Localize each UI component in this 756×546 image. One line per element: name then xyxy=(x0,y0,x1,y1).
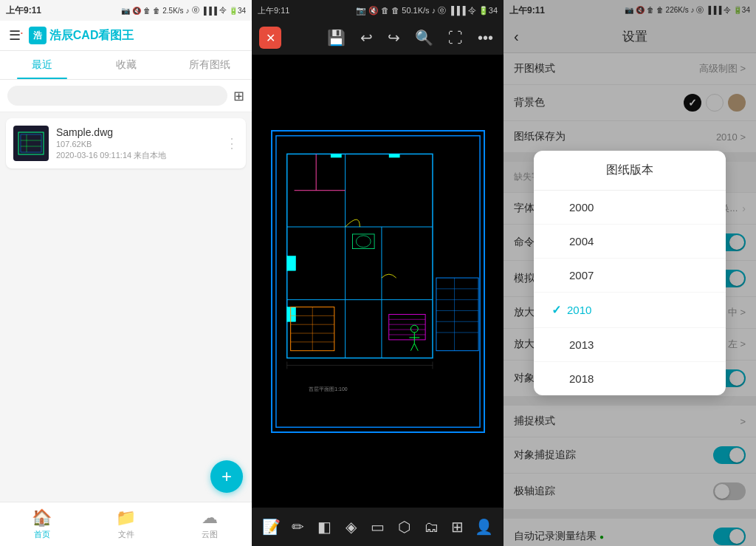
search-row: ⊞ xyxy=(0,80,252,112)
measure-icon[interactable]: ▭ xyxy=(364,513,391,540)
layers-icon[interactable]: ◈ xyxy=(337,513,364,540)
color-icon[interactable]: ⬡ xyxy=(391,513,418,540)
dialog-option-2004[interactable]: 2004 xyxy=(534,225,726,259)
file-thumbnail xyxy=(13,126,49,161)
file-more-icon[interactable]: ⋮ xyxy=(225,135,238,151)
time-center: 上午9:11 xyxy=(258,5,289,16)
panel-file-list: 上午9:11 📷 🔇 🗑 🗑 2.5K/s ♪ ⓔ ▐▐▐ 令 🔋34 ☰• 浩… xyxy=(0,0,252,546)
close-button[interactable]: ✕ xyxy=(259,27,281,49)
svg-rect-6 xyxy=(272,132,484,430)
search-wrap[interactable] xyxy=(7,86,227,106)
nav-files-label: 文件 xyxy=(118,529,134,540)
panel-settings: 上午9:11 📷 🔇 🗑 🗑 226K/s ♪ ⓔ ▐▐▐ 令 🔋34 ‹ 设置… xyxy=(504,0,756,546)
app-logo: 浩 浩辰CAD看图王 xyxy=(29,27,134,44)
eraser-icon[interactable]: ◧ xyxy=(311,513,337,540)
user-icon[interactable]: 👤 xyxy=(471,513,498,540)
svg-rect-17 xyxy=(330,154,341,157)
nav-files[interactable]: 📁 文件 xyxy=(84,504,168,545)
search-input[interactable] xyxy=(16,90,219,101)
nav-home[interactable]: 🏠 首页 xyxy=(0,504,84,545)
bottom-nav: 🏠 首页 📁 文件 ☁ 云图 xyxy=(0,502,252,546)
file-name: Sample.dwg xyxy=(56,126,218,138)
svg-text:首层平面图1:100: 首层平面图1:100 xyxy=(309,386,347,391)
dialog-title: 图纸版本 xyxy=(534,151,726,191)
folder-icon[interactable]: 🗂 xyxy=(418,513,444,540)
tab-recent[interactable]: 最近 xyxy=(0,51,84,79)
app-title: 浩辰CAD看图王 xyxy=(49,28,134,44)
dialog-overlay[interactable]: 图纸版本 2000 2004 2007 ✓ 2010 2013 xyxy=(504,0,756,546)
speed-center: 📷 🔇 🗑 🗑 50.1K/s ♪ ⓔ ▐▐▐ 令 🔋34 xyxy=(356,5,498,16)
folder-icon: 📁 xyxy=(116,508,136,528)
tab-all[interactable]: 所有图纸 xyxy=(168,51,252,79)
file-list-container: Sample.dwg 107.62KB 2020-03-16 09:11:14 … xyxy=(0,112,252,546)
status-bar-left: 上午9:11 📷 🔇 🗑 🗑 2.5K/s ♪ ⓔ ▐▐▐ 令 🔋34 xyxy=(0,0,252,21)
nav-cloud[interactable]: ☁ 云图 xyxy=(168,504,252,545)
status-icons-left: 📷 🔇 🗑 🗑 2.5K/s ♪ ⓔ ▐▐▐ 令 🔋34 xyxy=(121,5,246,16)
menu-icon[interactable]: ☰• xyxy=(9,27,23,44)
fab-add-button[interactable]: + xyxy=(210,460,243,493)
svg-rect-16 xyxy=(286,307,295,321)
file-date: 2020-03-16 09:11:14 来自本地 xyxy=(56,150,218,161)
file-size: 107.62KB xyxy=(56,140,218,149)
file-item[interactable]: Sample.dwg 107.62KB 2020-03-16 09:11:14 … xyxy=(6,118,246,168)
panel-cad-viewer: 上午9:11 📷 🔇 🗑 🗑 50.1K/s ♪ ⓔ ▐▐▐ 令 🔋34 ✕ 💾… xyxy=(252,0,504,546)
status-bar-center: 上午9:11 📷 🔇 🗑 🗑 50.1K/s ♪ ⓔ ▐▐▐ 令 🔋34 xyxy=(252,0,504,21)
dialog-option-2000[interactable]: 2000 xyxy=(534,191,726,225)
cad-drawing: 首层平面图1:100 xyxy=(271,130,485,433)
app-header: ☰• 浩 浩辰CAD看图王 xyxy=(0,21,252,51)
cad-canvas[interactable]: 首层平面图1:100 xyxy=(252,55,504,508)
dialog-option-2013[interactable]: 2013 xyxy=(534,328,726,362)
selected-check-icon: ✓ xyxy=(551,303,561,317)
redo-icon[interactable]: ↪ xyxy=(385,27,403,48)
more-icon[interactable]: ••• xyxy=(475,28,496,48)
nav-home-label: 首页 xyxy=(34,529,50,540)
zoom-icon[interactable]: 🔍 xyxy=(412,27,436,48)
undo-icon[interactable]: ↩ xyxy=(357,27,376,48)
home-icon: 🏠 xyxy=(32,508,52,528)
dialog-option-2018[interactable]: 2018 xyxy=(534,362,726,395)
svg-rect-18 xyxy=(388,154,399,157)
dialog-option-2010[interactable]: ✓ 2010 xyxy=(534,293,726,328)
dialog-option-2007[interactable]: 2007 xyxy=(534,259,726,293)
tabs-row: 最近 收藏 所有图纸 xyxy=(0,51,252,80)
time-left: 上午9:11 xyxy=(6,4,41,17)
cad-svg: 首层平面图1:100 xyxy=(272,132,484,431)
save-icon[interactable]: 💾 xyxy=(324,27,348,48)
grid-view-icon[interactable]: ⊞ xyxy=(233,88,244,104)
tab-favorite[interactable]: 收藏 xyxy=(84,51,168,79)
viewer-bottom-toolbar: 📝 ✏ ◧ ◈ ▭ ⬡ 🗂 ⊞ 👤 xyxy=(252,508,504,546)
nav-cloud-label: 云图 xyxy=(202,529,218,540)
expand-icon[interactable]: ⛶ xyxy=(445,28,466,48)
cloud-icon: ☁ xyxy=(202,508,218,528)
edit-text-icon[interactable]: 📝 xyxy=(258,513,284,540)
pencil-icon[interactable]: ✏ xyxy=(284,513,311,540)
svg-rect-15 xyxy=(286,256,295,270)
grid2-icon[interactable]: ⊞ xyxy=(444,513,471,540)
file-thumb-svg xyxy=(16,130,46,157)
logo-icon: 浩 xyxy=(29,27,47,44)
version-dialog: 图纸版本 2000 2004 2007 ✓ 2010 2013 xyxy=(534,151,726,395)
viewer-toolbar: ✕ 💾 ↩ ↪ 🔍 ⛶ ••• xyxy=(252,21,504,55)
file-info: Sample.dwg 107.62KB 2020-03-16 09:11:14 … xyxy=(56,126,218,161)
file-list: Sample.dwg 107.62KB 2020-03-16 09:11:14 … xyxy=(0,112,252,502)
